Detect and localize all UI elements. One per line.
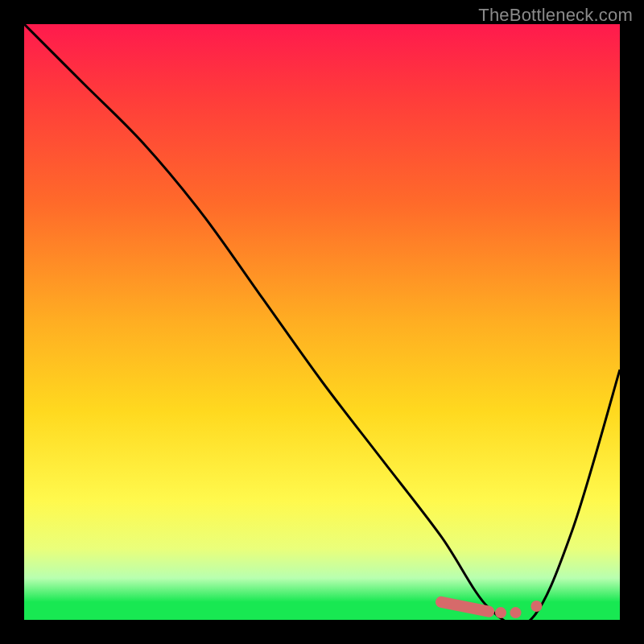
optimal-range-marker: [441, 602, 489, 612]
chart-frame: TheBottleneck.com: [0, 0, 644, 644]
optimal-dot: [510, 607, 522, 618]
attribution-text: TheBottleneck.com: [478, 5, 633, 26]
plot-area: [24, 24, 620, 620]
bottleneck-curve: [24, 24, 620, 620]
optimal-dot: [530, 601, 542, 612]
chart-svg: [24, 24, 620, 620]
optimal-dot: [495, 607, 506, 618]
